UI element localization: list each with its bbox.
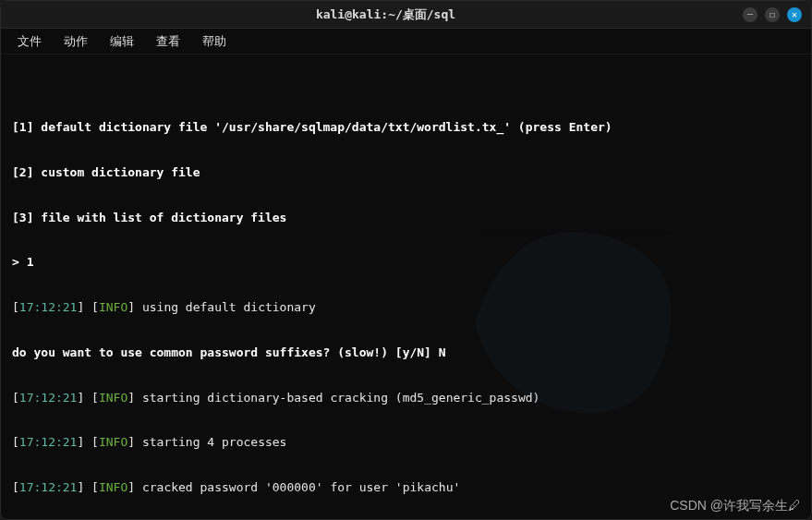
terminal-body[interactable]: [1] default dictionary file '/usr/share/… bbox=[1, 54, 811, 519]
log-msg: using default dictionary bbox=[142, 300, 316, 314]
timestamp: 17:12:21 bbox=[19, 435, 78, 449]
output-line: > 1 bbox=[12, 255, 800, 270]
output-line: [17:12:21] [INFO] using default dictiona… bbox=[12, 300, 800, 315]
close-icon[interactable]: ✕ bbox=[787, 7, 802, 22]
output-line: [2] custom dictionary file bbox=[12, 165, 800, 180]
log-level: INFO bbox=[99, 300, 127, 314]
titlebar[interactable]: kali@kali:~/桌面/sql ─ ◻ ✕ bbox=[1, 1, 811, 29]
log-msg: starting 4 processes bbox=[142, 435, 287, 449]
output-line: do you want to use common password suffi… bbox=[12, 345, 800, 360]
log-level: INFO bbox=[99, 435, 127, 449]
log-msg: cracked password '000000' for user 'pika… bbox=[142, 480, 460, 494]
output-line: [17:12:21] [INFO] cracked password '0000… bbox=[12, 480, 800, 495]
output-line: [1] default dictionary file '/usr/share/… bbox=[12, 120, 800, 135]
menu-edit[interactable]: 编辑 bbox=[101, 30, 143, 53]
maximize-icon[interactable]: ◻ bbox=[765, 7, 780, 22]
terminal-window: kali@kali:~/桌面/sql ─ ◻ ✕ 文件 动作 编辑 查看 帮助 … bbox=[0, 0, 812, 520]
timestamp: 17:12:21 bbox=[19, 480, 78, 494]
log-level: INFO bbox=[99, 391, 127, 405]
log-level: INFO bbox=[99, 480, 127, 494]
menubar: 文件 动作 编辑 查看 帮助 bbox=[1, 29, 811, 54]
output-line: [17:12:21] [INFO] starting 4 processes bbox=[12, 435, 800, 450]
output-line: [3] file with list of dictionary files bbox=[12, 211, 800, 225]
menu-file[interactable]: 文件 bbox=[8, 30, 51, 53]
window-controls: ─ ◻ ✕ bbox=[743, 7, 802, 22]
window-title: kali@kali:~/桌面/sql bbox=[29, 6, 743, 23]
minimize-icon[interactable]: ─ bbox=[743, 7, 757, 22]
log-msg: starting dictionary-based cracking (md5_… bbox=[142, 391, 539, 405]
menu-action[interactable]: 动作 bbox=[55, 30, 97, 53]
timestamp: 17:12:21 bbox=[19, 300, 78, 314]
output-line: [17:12:21] [INFO] starting dictionary-ba… bbox=[12, 391, 800, 405]
menu-help[interactable]: 帮助 bbox=[193, 30, 236, 53]
timestamp: 17:12:21 bbox=[19, 391, 78, 405]
menu-view[interactable]: 查看 bbox=[147, 30, 189, 53]
